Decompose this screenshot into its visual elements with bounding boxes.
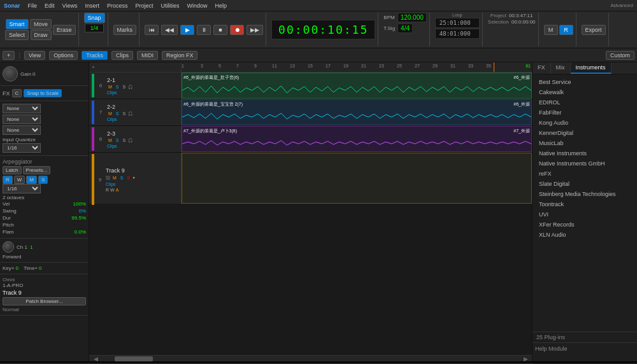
rewind-btn[interactable]: ⏮ [145, 25, 159, 35]
plugin-native-instruments-gmbh[interactable]: Native Instruments GmbH [535, 158, 634, 169]
m-btn[interactable]: M [26, 176, 37, 184]
w-btn[interactable]: W [14, 176, 25, 184]
menu-edit[interactable]: Edit [45, 3, 55, 9]
time-sig-display[interactable]: 4/4 [397, 24, 413, 33]
none-select-3[interactable]: None [3, 125, 41, 135]
clips-btn-8[interactable]: Clips [107, 144, 178, 148]
mute-9[interactable]: M [111, 175, 118, 181]
scrollbar-thumb[interactable] [115, 356, 153, 361]
a-btn-9[interactable]: A [116, 188, 119, 192]
plugin-edirol[interactable]: EDIROL [535, 97, 634, 108]
solo-7[interactable]: S [115, 111, 120, 116]
clips-btn[interactable]: Clips [111, 51, 133, 60]
forward-btn[interactable]: ▶▶ [247, 25, 263, 35]
r-btn-9[interactable]: R [106, 188, 109, 192]
menu-process[interactable]: Process [107, 3, 128, 9]
erase-tool[interactable]: Erase [53, 25, 76, 35]
loop-end[interactable]: 48:01:000 [435, 29, 480, 39]
plugin-xfer[interactable]: XFer Records [535, 220, 634, 230]
mute-8[interactable]: M [107, 137, 113, 143]
rec-9[interactable]: S [126, 175, 132, 181]
none-select-1[interactable]: None [3, 104, 41, 113]
tracks-horizontal-scrollbar[interactable]: ◀ ▶ [89, 355, 532, 361]
rw-btn[interactable]: R [3, 176, 13, 184]
midi-btn[interactable]: MIDI [137, 51, 158, 60]
options-btn[interactable]: Options [49, 51, 78, 60]
select-tool[interactable]: Select [5, 30, 29, 40]
plugin-slate-digital[interactable]: Slate Digital [535, 179, 634, 189]
channel-knob[interactable] [3, 241, 14, 253]
timeline-add-btn[interactable]: + [92, 64, 95, 70]
marks-btn[interactable]: Marks [113, 25, 137, 35]
clips-btn-6[interactable]: Clips [107, 90, 178, 95]
smart-tool[interactable]: Smart [6, 19, 29, 29]
stop-btn[interactable]: ■ [213, 25, 227, 35]
presets-btn[interactable]: Presets... [23, 166, 51, 174]
plugin-fabfilter[interactable]: FabFilter [535, 108, 634, 118]
quantize-select[interactable]: 1/16 [3, 143, 41, 153]
tab-mix[interactable]: Mix [551, 62, 571, 74]
plugin-cakewalk[interactable]: Cakewalk [535, 87, 634, 97]
rec-mode-btn[interactable]: R [559, 25, 573, 35]
fx-6[interactable]: S [122, 84, 127, 90]
headphone-6[interactable]: 🎧 [128, 85, 132, 89]
main-knob[interactable] [3, 66, 18, 81]
menu-help[interactable]: Help [215, 3, 227, 9]
tracks-btn[interactable]: Tracks [82, 51, 108, 60]
plugin-kenner-digital[interactable]: KennerDigital [535, 128, 634, 138]
latch-btn[interactable]: Latch [3, 166, 22, 174]
w-btn-9[interactable]: W [110, 188, 115, 192]
arp-rate-select[interactable]: 1/16 [3, 184, 41, 193]
s-btn[interactable]: S [38, 176, 48, 184]
plugin-xln-audio[interactable]: XLN Audio [535, 230, 634, 240]
mute-7[interactable]: M [107, 111, 113, 116]
plugin-musiclab[interactable]: MusicLab [535, 138, 634, 148]
headphone-7[interactable]: 🎧 [128, 111, 132, 116]
fx-7[interactable]: S [122, 111, 127, 116]
tab-fx[interactable]: FX [533, 62, 551, 74]
tempo-display[interactable]: 120.000 [397, 13, 427, 22]
track-content-8[interactable]: #7_外源的茶葛是_卢卜3(8) #7_外源 [182, 126, 532, 152]
metro-btn[interactable]: M [544, 25, 558, 35]
plugin-kong-audio[interactable]: Kong Audio [535, 118, 634, 128]
clips-btn-7[interactable]: Clips [107, 117, 178, 122]
fx-8[interactable]: S [122, 137, 127, 143]
clips-btn-9[interactable]: Clips [106, 182, 178, 186]
solo-8[interactable]: S [115, 137, 120, 143]
solo-9[interactable]: S [119, 175, 125, 181]
track-content-6[interactable]: #6_外源的茶葛是_肚子音(6) #6_外源 [182, 73, 532, 99]
plugin-native-instruments[interactable]: Native Instruments [535, 148, 634, 158]
plugin-uvi[interactable]: UVI [535, 209, 634, 220]
fx-c-btn[interactable]: C [12, 89, 22, 97]
menu-utilities[interactable]: Utilities [161, 3, 179, 9]
custom-view-select[interactable]: Custom [606, 51, 634, 60]
scroll-right-btn[interactable]: ▶ [519, 356, 532, 362]
track-content-7[interactable]: #6_外源的茶葛是_宝宝音 2(7) #6_外源 [182, 99, 532, 125]
track-content-9[interactable] [182, 153, 532, 204]
fx-snap-btn[interactable]: Snap to Scale [24, 89, 62, 97]
pause-btn[interactable]: ⏸ [197, 25, 211, 35]
menu-window[interactable]: Window [187, 3, 207, 9]
menu-insert[interactable]: Insert [85, 3, 99, 9]
tab-instruments[interactable]: Instruments [571, 62, 612, 74]
menu-file[interactable]: File [28, 3, 38, 9]
snap-value[interactable]: 1/4 [85, 24, 104, 32]
mute-6[interactable]: M [107, 84, 113, 90]
patch-browser-btn[interactable]: Patch Browser... [3, 297, 86, 305]
export-btn[interactable]: Export [582, 25, 606, 35]
scroll-left-btn[interactable]: ◀ [89, 356, 102, 362]
none-select-2[interactable]: None [3, 115, 41, 124]
back-btn[interactable]: ◀◀ [161, 25, 178, 35]
draw-tool[interactable]: Draw [31, 30, 52, 40]
menu-views[interactable]: Views [62, 3, 78, 9]
solo-6[interactable]: S [115, 84, 120, 90]
menu-project[interactable]: Project [135, 3, 153, 9]
plugin-refx[interactable]: reFX [535, 169, 634, 179]
snap-btn[interactable]: Snap [84, 13, 105, 23]
move-tool[interactable]: Move [30, 19, 52, 29]
plugin-toontrack[interactable]: Toontrack [535, 199, 634, 209]
loop-start[interactable]: 25:01:000 [435, 18, 480, 28]
play-btn[interactable]: ▶ [180, 25, 194, 35]
add-track-btn[interactable]: + [3, 51, 15, 60]
headphone-8[interactable]: 🎧 [128, 138, 132, 143]
